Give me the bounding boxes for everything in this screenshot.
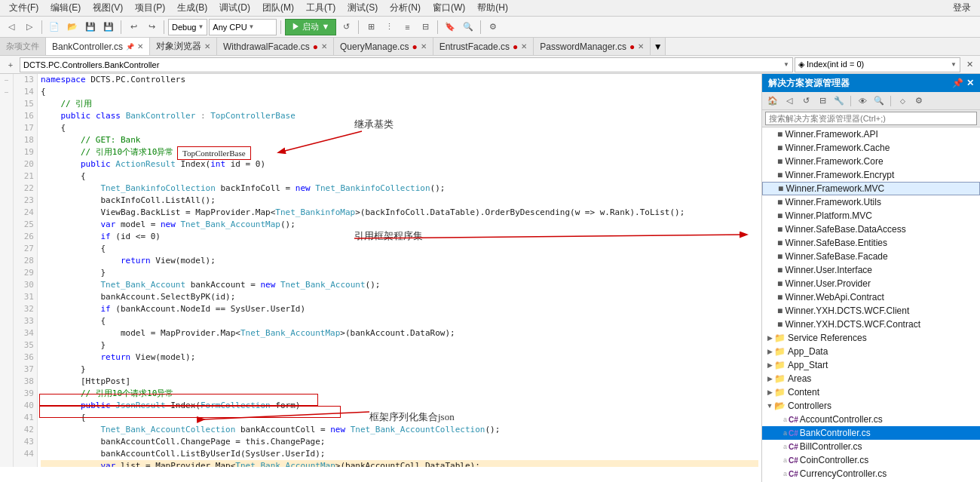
se-collapse[interactable]: ⊟ xyxy=(815,94,830,109)
ref-winner-yxh-wcf-contract[interactable]: ■ Winner.YXH.DCTS.WCF.Contract xyxy=(762,318,980,331)
folder-areas[interactable]: ▶ 📁 Areas xyxy=(762,372,980,385)
tb-extra1[interactable]: ⊞ xyxy=(363,19,379,35)
nav-method-dropdown[interactable]: ◈ Index(int id = 0) ▼ xyxy=(795,57,960,72)
tb-save[interactable]: 💾 xyxy=(82,19,99,35)
margin-collapse-18[interactable]: – xyxy=(0,86,13,98)
menu-team[interactable]: 团队(M) xyxy=(256,0,300,16)
se-refresh[interactable]: ↺ xyxy=(798,94,813,109)
ref-winner-framework-core[interactable]: ■ Winner.Framework.Core xyxy=(762,155,980,168)
tab-entrust[interactable]: EntrustFacade.cs ● ✕ xyxy=(433,38,534,55)
margin-collapse-15[interactable]: – xyxy=(0,74,13,86)
platform-dropdown[interactable]: Any CPU ▼ xyxy=(209,19,277,35)
tb-new[interactable]: 📄 xyxy=(46,19,63,35)
ref-winner-framework-mvc[interactable]: ■ Winner.Framework.MVC xyxy=(762,182,980,195)
tb-extra4[interactable]: ⊟ xyxy=(417,19,433,35)
menu-project[interactable]: 项目(P) xyxy=(129,0,171,16)
folder-controllers[interactable]: ▼ 📂 Controllers xyxy=(762,399,980,413)
tab-withdrawal-close[interactable]: ✕ xyxy=(321,42,327,51)
folder-app-start[interactable]: ▶ 📁 App_Start xyxy=(762,358,980,372)
tb-settings[interactable]: ⚙ xyxy=(485,19,501,35)
ref-winner-framework-utils[interactable]: ■ Winner.Framework.Utils xyxy=(762,195,980,209)
tab-entrust-close[interactable]: ✕ xyxy=(521,42,527,51)
tab-bankcontroller-pin[interactable]: 📌 xyxy=(126,43,134,51)
se-search-input[interactable] xyxy=(765,112,977,125)
folder-service-references[interactable]: ▶ 📁 Service References xyxy=(762,331,980,345)
file-bankcontroller[interactable]: a C# BankController.cs xyxy=(762,426,980,440)
file-accountcontroller[interactable]: a C# AccountController.cs xyxy=(762,413,980,426)
menu-test[interactable]: 测试(S) xyxy=(341,0,384,16)
folder-label: Controllers xyxy=(788,401,831,411)
tab-bankcontroller[interactable]: BankController.cs 📌 ✕ xyxy=(46,38,150,55)
file-currencycontroller[interactable]: a C# CurrencyController.cs xyxy=(762,467,980,480)
ref-winner-user-provider[interactable]: ■ Winner.User.Provider xyxy=(762,277,980,290)
tab-withdrawal[interactable]: WithdrawalFacade.cs ● ✕ xyxy=(217,38,334,55)
menu-debug[interactable]: 调试(D) xyxy=(213,0,256,16)
expand-icon: ▶ xyxy=(765,375,774,382)
tab-overflow[interactable]: ▼ xyxy=(651,38,666,55)
ref-winner-safebase-entities[interactable]: ■ Winner.SafeBase.Entities xyxy=(762,236,980,250)
nav-close[interactable]: ✕ xyxy=(962,57,977,72)
solution-explorer-close[interactable]: ✕ xyxy=(966,78,974,88)
tb-back[interactable]: ◁ xyxy=(3,19,20,35)
debug-mode-dropdown[interactable]: Debug ▼ xyxy=(168,19,207,35)
tab-object-browser-close[interactable]: ✕ xyxy=(204,42,210,51)
login-button[interactable]: 登录 xyxy=(947,0,977,16)
menu-window[interactable]: 窗口(W) xyxy=(427,0,471,16)
code-content[interactable]: namespace DCTS.PC.Controllers { // 引用 pu… xyxy=(38,74,761,467)
ref-winner-framework-encrypt[interactable]: ■ Winner.Framework.Encrypt xyxy=(762,168,980,182)
tb-undo[interactable]: ↩ xyxy=(125,19,142,35)
ref-winner-platform-mvc[interactable]: ■ Winner.Platform.MVC xyxy=(762,209,980,223)
se-home[interactable]: 🏠 xyxy=(765,94,780,109)
file-label: BillController.cs xyxy=(800,441,862,452)
menu-file[interactable]: 文件(F) xyxy=(3,0,44,16)
se-code[interactable]: ◇ xyxy=(895,94,910,109)
ref-label: Winner.WebApi.Contract xyxy=(786,292,884,302)
ref-winner-webapi-contract[interactable]: ■ Winner.WebApi.Contract xyxy=(762,290,980,304)
tb-forward[interactable]: ▷ xyxy=(21,19,38,35)
ref-winner-yxh-wcf-client[interactable]: ■ Winner.YXH.DCTS.WCF.Client xyxy=(762,304,980,318)
tb-extra3[interactable]: ≡ xyxy=(399,19,415,35)
se-prop[interactable]: 🔧 xyxy=(831,94,847,109)
tb-save-all[interactable]: 💾 xyxy=(100,19,117,35)
tb-search[interactable]: 🔍 xyxy=(460,19,476,35)
ref-winner-safebase-dataaccess[interactable]: ■ Winner.SafeBase.DataAccess xyxy=(762,223,980,236)
menu-view[interactable]: 视图(V) xyxy=(87,0,129,16)
se-back[interactable]: ◁ xyxy=(782,94,797,109)
tb-redo[interactable]: ↪ xyxy=(143,19,160,35)
se-settings2[interactable]: ⚙ xyxy=(911,94,926,109)
tb-open[interactable]: 📂 xyxy=(64,19,81,35)
folder-app-data[interactable]: ▶ 📁 App_Data xyxy=(762,345,980,358)
tb-refresh[interactable]: ↺ xyxy=(338,19,354,35)
nav-class-dropdown[interactable]: DCTS.PC.Controllers.BankController ▼ xyxy=(20,57,793,72)
folder-content[interactable]: ▶ 📁 Content xyxy=(762,385,980,399)
start-button[interactable]: ▶ 启动 ▼ xyxy=(285,19,336,35)
file-billcontroller[interactable]: a C# BillController.cs xyxy=(762,440,980,453)
ref-winner-framework-cache[interactable]: ■ Winner.Framework.Cache xyxy=(762,141,980,155)
tab-querymanage-modified: ● xyxy=(412,41,417,52)
solution-explorer-pin[interactable]: 📌 xyxy=(952,78,963,88)
tab-passwordmanager-close[interactable]: ✕ xyxy=(638,42,644,51)
ref-winner-user-interface[interactable]: ■ Winner.User.Interface xyxy=(762,263,980,277)
menu-help[interactable]: 帮助(H) xyxy=(471,0,514,16)
ref-label: Winner.Platform.MVC xyxy=(786,210,872,221)
se-filter[interactable]: 🔍 xyxy=(871,94,887,109)
tab-bankcontroller-close[interactable]: ✕ xyxy=(137,42,143,51)
menu-tools[interactable]: 工具(T) xyxy=(300,0,341,16)
menu-analyze[interactable]: 分析(N) xyxy=(384,0,427,16)
tab-withdrawal-modified: ● xyxy=(313,41,318,52)
tb-bookmark[interactable]: 🔖 xyxy=(442,19,458,35)
se-preview[interactable]: 👁 xyxy=(855,94,870,109)
nav-add[interactable]: + xyxy=(3,57,18,72)
ref-winner-framework-api[interactable]: ■ Winner.Framework.API xyxy=(762,127,980,141)
tab-querymanage-close[interactable]: ✕ xyxy=(421,42,427,51)
tb-extra2[interactable]: ⋮ xyxy=(381,19,397,35)
tab-passwordmanager[interactable]: PasswordManager.cs ● ✕ xyxy=(534,38,651,55)
tab-querymanage[interactable]: QueryManage.cs ● ✕ xyxy=(334,38,433,55)
menu-edit[interactable]: 编辑(E) xyxy=(44,0,87,16)
ref-winner-safebase-facade[interactable]: ■ Winner.SafeBase.Facade xyxy=(762,250,980,263)
ref-label: Winner.YXH.DCTS.WCF.Client xyxy=(786,305,910,316)
tab-杂项文件[interactable]: 杂项文件 xyxy=(0,38,46,55)
menu-build[interactable]: 生成(B) xyxy=(171,0,213,16)
file-coincontroller[interactable]: a C# CoinController.cs xyxy=(762,453,980,467)
tab-object-browser[interactable]: 对象浏览器 ✕ xyxy=(150,38,217,55)
